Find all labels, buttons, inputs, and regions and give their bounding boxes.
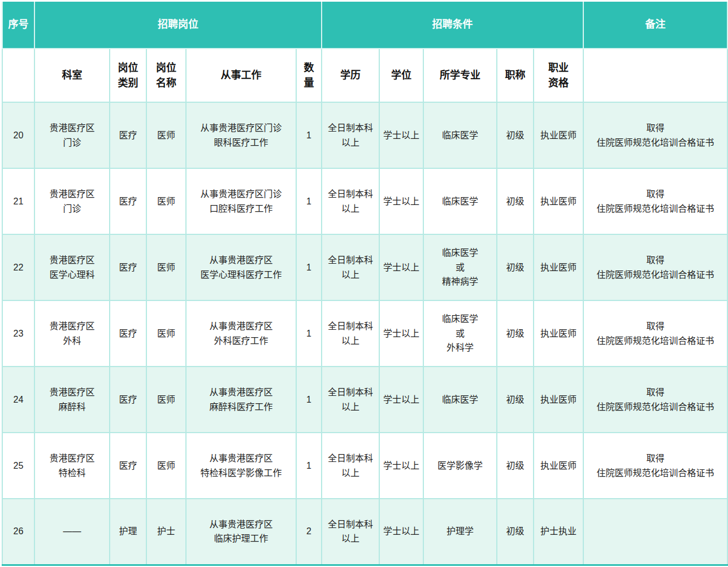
subheader-empty-serial bbox=[2, 49, 34, 102]
cell-remark bbox=[583, 499, 727, 565]
subheader-duties: 从事工作 bbox=[186, 49, 296, 102]
cell-count: 1 bbox=[296, 300, 322, 367]
cell-department: 贵港医疗区 医学心理科 bbox=[34, 234, 110, 300]
cell-serial: 25 bbox=[2, 433, 34, 499]
cell-position-name: 医师 bbox=[146, 234, 186, 300]
cell-category: 医疗 bbox=[110, 102, 146, 168]
cell-count: 1 bbox=[296, 168, 322, 234]
header-sub-row: 科室 岗位 类别 岗位 名称 从事工作 数量 学历 学位 所学专业 职称 职业 … bbox=[2, 49, 727, 102]
subheader-department: 科室 bbox=[34, 49, 110, 102]
table-row: 22 贵港医疗区 医学心理科 医疗 医师 从事贵港医疗区 医学心理科医疗工作 1… bbox=[2, 234, 727, 300]
cell-qualification: 执业医师 bbox=[534, 367, 583, 433]
table-body: 20 贵港医疗区 门诊 医疗 医师 从事贵港医疗区门诊 眼科医疗工作 1 全日制… bbox=[2, 102, 727, 565]
cell-rank: 初级 bbox=[497, 168, 534, 234]
cell-education: 全日制本科 以上 bbox=[322, 300, 379, 367]
cell-degree: 学士以上 bbox=[379, 234, 423, 300]
table-row: 20 贵港医疗区 门诊 医疗 医师 从事贵港医疗区门诊 眼科医疗工作 1 全日制… bbox=[2, 102, 727, 168]
table-header: 序号 招聘岗位 招聘条件 备注 科室 岗位 类别 岗位 名称 从事工作 数量 学… bbox=[2, 2, 727, 102]
cell-duties: 从事贵港医疗区 外科医疗工作 bbox=[186, 300, 296, 367]
page: 序号 招聘岗位 招聘条件 备注 科室 岗位 类别 岗位 名称 从事工作 数量 学… bbox=[0, 0, 728, 567]
cell-count: 1 bbox=[296, 102, 322, 168]
cell-serial: 26 bbox=[2, 499, 34, 565]
cell-position-name: 医师 bbox=[146, 433, 186, 499]
cell-rank: 初级 bbox=[497, 433, 534, 499]
cell-serial: 21 bbox=[2, 168, 34, 234]
table-row: 21 贵港医疗区 门诊 医疗 医师 从事贵港医疗区门诊 口腔科医疗工作 1 全日… bbox=[2, 168, 727, 234]
cell-qualification: 执业医师 bbox=[534, 433, 583, 499]
cell-position-name: 医师 bbox=[146, 300, 186, 367]
subheader-qualification: 职业 资格 bbox=[534, 49, 583, 102]
subheader-category: 岗位 类别 bbox=[110, 49, 146, 102]
cell-serial: 22 bbox=[2, 234, 34, 300]
cell-remark: 取得 住院医师规范化培训合格证书 bbox=[583, 433, 727, 499]
cell-category: 医疗 bbox=[110, 433, 146, 499]
cell-duties: 从事贵港医疗区 临床护理工作 bbox=[186, 499, 296, 565]
cell-department: 贵港医疗区 门诊 bbox=[34, 102, 110, 168]
cell-qualification: 执业医师 bbox=[534, 168, 583, 234]
cell-category: 医疗 bbox=[110, 168, 146, 234]
header-remark: 备注 bbox=[583, 2, 727, 49]
subheader-empty-remark bbox=[583, 49, 727, 102]
cell-rank: 初级 bbox=[497, 300, 534, 367]
cell-duties: 从事贵港医疗区 特检科医学影像工作 bbox=[186, 433, 296, 499]
cell-remark: 取得 住院医师规范化培训合格证书 bbox=[583, 102, 727, 168]
table-row: 23 贵港医疗区 外科 医疗 医师 从事贵港医疗区 外科医疗工作 1 全日制本科… bbox=[2, 300, 727, 367]
cell-major: 护理学 bbox=[423, 499, 497, 565]
cell-count: 2 bbox=[296, 499, 322, 565]
cell-category: 医疗 bbox=[110, 234, 146, 300]
cell-major: 临床医学 bbox=[423, 367, 497, 433]
cell-education: 全日制本科 以上 bbox=[322, 433, 379, 499]
cell-serial: 24 bbox=[2, 367, 34, 433]
cell-department: 贵港医疗区 门诊 bbox=[34, 168, 110, 234]
cell-rank: 初级 bbox=[497, 234, 534, 300]
cell-education: 全日制本科 以上 bbox=[322, 102, 379, 168]
cell-serial: 20 bbox=[2, 102, 34, 168]
cell-education: 全日制本科 以上 bbox=[322, 499, 379, 565]
cell-duties: 从事贵港医疗区门诊 口腔科医疗工作 bbox=[186, 168, 296, 234]
cell-department: 贵港医疗区 特检科 bbox=[34, 433, 110, 499]
cell-degree: 学士以上 bbox=[379, 367, 423, 433]
cell-qualification: 执业医师 bbox=[534, 102, 583, 168]
cell-major: 临床医学 或 外科学 bbox=[423, 300, 497, 367]
cell-position-name: 医师 bbox=[146, 168, 186, 234]
cell-qualification: 执业医师 bbox=[534, 234, 583, 300]
cell-rank: 初级 bbox=[497, 367, 534, 433]
subheader-education: 学历 bbox=[322, 49, 379, 102]
cell-education: 全日制本科 以上 bbox=[322, 168, 379, 234]
cell-degree: 学士以上 bbox=[379, 102, 423, 168]
cell-qualification: 护士执业 bbox=[534, 499, 583, 565]
subheader-name: 岗位 名称 bbox=[146, 49, 186, 102]
cell-position-name: 医师 bbox=[146, 367, 186, 433]
header-group-row: 序号 招聘岗位 招聘条件 备注 bbox=[2, 2, 727, 49]
subheader-count: 数量 bbox=[296, 49, 322, 102]
cell-department: 贵港医疗区 麻醉科 bbox=[34, 367, 110, 433]
cell-degree: 学士以上 bbox=[379, 499, 423, 565]
cell-major: 临床医学 bbox=[423, 168, 497, 234]
subheader-major: 所学专业 bbox=[423, 49, 497, 102]
cell-remark: 取得 住院医师规范化培训合格证书 bbox=[583, 300, 727, 367]
cell-position-name: 医师 bbox=[146, 102, 186, 168]
cell-rank: 初级 bbox=[497, 102, 534, 168]
header-position-group: 招聘岗位 bbox=[34, 2, 322, 49]
subheader-rank: 职称 bbox=[497, 49, 534, 102]
table-row: 25 贵港医疗区 特检科 医疗 医师 从事贵港医疗区 特检科医学影像工作 1 全… bbox=[2, 433, 727, 499]
cell-major: 临床医学 bbox=[423, 102, 497, 168]
cell-category: 医疗 bbox=[110, 300, 146, 367]
cell-degree: 学士以上 bbox=[379, 433, 423, 499]
cell-position-name: 护士 bbox=[146, 499, 186, 565]
cell-count: 1 bbox=[296, 367, 322, 433]
cell-department: 贵港医疗区 外科 bbox=[34, 300, 110, 367]
subheader-degree: 学位 bbox=[379, 49, 423, 102]
cell-major: 医学影像学 bbox=[423, 433, 497, 499]
table-row: 26 —— 护理 护士 从事贵港医疗区 临床护理工作 2 全日制本科 以上 学士… bbox=[2, 499, 727, 565]
cell-category: 护理 bbox=[110, 499, 146, 565]
cell-duties: 从事贵港医疗区 麻醉科医疗工作 bbox=[186, 367, 296, 433]
cell-education: 全日制本科 以上 bbox=[322, 234, 379, 300]
cell-remark: 取得 住院医师规范化培训合格证书 bbox=[583, 234, 727, 300]
cell-department: —— bbox=[34, 499, 110, 565]
cell-count: 1 bbox=[296, 234, 322, 300]
cell-category: 医疗 bbox=[110, 367, 146, 433]
cell-degree: 学士以上 bbox=[379, 300, 423, 367]
cell-serial: 23 bbox=[2, 300, 34, 367]
header-conditions-group: 招聘条件 bbox=[322, 2, 583, 49]
